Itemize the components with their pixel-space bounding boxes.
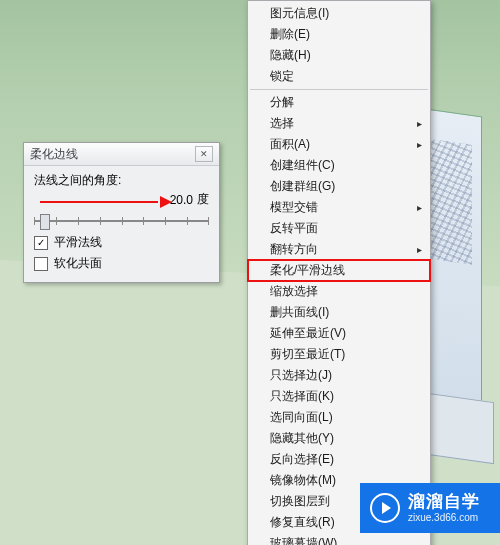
menu-item[interactable]: 隐藏其他(Y) <box>248 428 430 449</box>
slider-thumb[interactable] <box>40 214 50 230</box>
menu-item[interactable]: 删共面线(I) <box>248 302 430 323</box>
menu-item[interactable]: 模型交错 <box>248 197 430 218</box>
menu-item[interactable]: 图元信息(I) <box>248 3 430 24</box>
menu-item[interactable]: 反转平面 <box>248 218 430 239</box>
angle-label: 法线之间的角度: <box>34 172 209 189</box>
soften-coplanar-checkbox[interactable] <box>34 257 48 271</box>
menu-item[interactable]: 选同向面(L) <box>248 407 430 428</box>
menu-item[interactable]: 删除(E) <box>248 24 430 45</box>
menu-separator <box>250 89 428 90</box>
watermark-url: zixue.3d66.com <box>408 512 480 523</box>
panel-titlebar[interactable]: 柔化边线 ✕ <box>24 143 219 166</box>
panel-body: 法线之间的角度: 20.0 度 ✓ 平滑法线 <box>24 166 219 282</box>
menu-item[interactable]: 翻转方向 <box>248 239 430 260</box>
menu-item[interactable]: 反向选择(E) <box>248 449 430 470</box>
watermark-brand: 溜溜自学 <box>408 493 480 512</box>
menu-item[interactable]: 缩放选择 <box>248 281 430 302</box>
menu-item[interactable]: 分解 <box>248 92 430 113</box>
menu-item[interactable]: 面积(A) <box>248 134 430 155</box>
context-menu[interactable]: 图元信息(I)删除(E)隐藏(H)锁定分解选择面积(A)创建组件(C)创建群组(… <box>247 0 431 545</box>
smooth-normals-checkbox[interactable]: ✓ <box>34 236 48 250</box>
close-icon[interactable]: ✕ <box>195 146 213 162</box>
menu-item[interactable]: 创建群组(G) <box>248 176 430 197</box>
menu-item[interactable]: 延伸至最近(V) <box>248 323 430 344</box>
menu-item[interactable]: 剪切至最近(T) <box>248 344 430 365</box>
watermark-badge: 溜溜自学 zixue.3d66.com <box>360 483 500 533</box>
angle-slider[interactable] <box>34 212 209 230</box>
angle-unit: 度 <box>197 191 209 208</box>
panel-title-text: 柔化边线 <box>30 143 78 165</box>
sketchup-viewport[interactable]: 柔化边线 ✕ 法线之间的角度: 20.0 度 <box>0 0 500 545</box>
play-icon <box>370 493 400 523</box>
smooth-normals-label: 平滑法线 <box>54 234 102 251</box>
soften-edges-panel[interactable]: 柔化边线 ✕ 法线之间的角度: 20.0 度 <box>23 142 220 283</box>
menu-item[interactable]: 隐藏(H) <box>248 45 430 66</box>
menu-item[interactable]: 锁定 <box>248 66 430 87</box>
menu-item[interactable]: 只选择面(K) <box>248 386 430 407</box>
menu-item[interactable]: 选择 <box>248 113 430 134</box>
menu-item[interactable]: 柔化/平滑边线 <box>248 260 430 281</box>
menu-item[interactable]: 只选择边(J) <box>248 365 430 386</box>
soften-coplanar-label: 软化共面 <box>54 255 102 272</box>
menu-item[interactable]: 创建组件(C) <box>248 155 430 176</box>
menu-item[interactable]: 玻璃幕墙(W) <box>248 533 430 545</box>
angle-value: 20.0 <box>170 193 193 207</box>
